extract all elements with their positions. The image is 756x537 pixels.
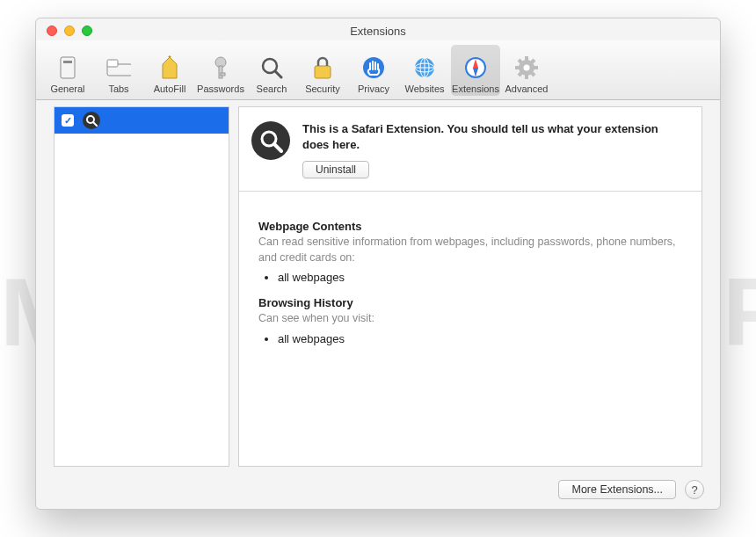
content-area: ✓ This is a Safari Extension. You should… [54,106,702,467]
svg-line-8 [275,71,281,77]
toolbar-tab-tabs[interactable]: Tabs [94,45,143,96]
svg-line-26 [531,60,534,63]
extension-description: This is a Safari Extension. You should t… [302,121,686,152]
svg-line-31 [274,144,281,151]
toolbar-tab-label: Tabs [108,83,128,94]
svg-rect-0 [61,57,75,78]
svg-line-25 [531,72,534,76]
extension-enable-checkbox[interactable]: ✓ [62,114,74,127]
toolbar-tab-general[interactable]: General [43,45,92,96]
permission-bullet: all webpages [278,271,682,284]
search-icon [259,55,284,80]
compass-icon [463,55,488,80]
toolbar-tab-extensions[interactable]: Extensions [451,45,500,96]
toolbar-tab-advanced[interactable]: Advanced [502,45,551,96]
svg-rect-1 [63,61,72,63]
svg-line-27 [519,72,522,76]
gear-icon [514,55,539,80]
help-button[interactable]: ? [685,480,704,499]
browsing-history-heading: Browsing History [258,296,682,309]
window-title: Extensions [350,25,406,38]
toolbar-tab-search[interactable]: Search [247,45,296,96]
toolbar-tab-label: General [50,83,84,94]
minimize-window-button[interactable] [64,25,75,36]
search-icon [251,121,290,160]
globe-icon [412,55,437,80]
tabs-icon [106,55,131,80]
svg-rect-9 [315,66,331,78]
extension-list-item[interactable]: ✓ [55,107,229,134]
toolbar-tab-websites[interactable]: Websites [400,45,449,96]
permission-bullet: all webpages [278,332,682,345]
permissions-section: Webpage Contents Can read sensitive info… [239,192,701,363]
extension-detail-panel: This is a Safari Extension. You should t… [238,106,702,467]
webpage-contents-heading: Webpage Contents [258,220,682,233]
toolbar-tab-label: AutoFill [154,83,186,94]
titlebar: Extensions [36,18,720,40]
toolbar-tab-label: Security [305,83,340,94]
general-icon [55,55,80,80]
privacy-hand-icon [361,55,386,80]
toolbar-tab-passwords[interactable]: Passwords [196,45,245,96]
svg-rect-6 [221,73,225,76]
key-icon [208,55,233,80]
preferences-toolbar: General Tabs AutoFill Passwords Search [36,40,720,100]
svg-line-24 [519,60,522,63]
svg-point-19 [524,65,530,71]
extensions-sidebar: ✓ [54,106,229,467]
autofill-icon [157,55,182,80]
toolbar-tab-label: Passwords [197,83,244,94]
toolbar-tab-label: Privacy [358,83,389,94]
window-controls [47,25,92,36]
browsing-history-subtext: Can see when you visit: [258,311,682,327]
zoom-window-button[interactable] [82,25,92,36]
uninstall-button[interactable]: Uninstall [302,161,369,178]
toolbar-tab-privacy[interactable]: Privacy [349,45,398,96]
toolbar-tab-label: Search [257,83,287,94]
extension-header: This is a Safari Extension. You should t… [239,107,701,192]
toolbar-tab-autofill[interactable]: AutoFill [145,45,194,96]
preferences-window: Extensions General Tabs AutoFill Passw [35,18,721,510]
toolbar-tab-security[interactable]: Security [298,45,347,96]
lock-icon [310,55,335,80]
toolbar-tab-label: Advanced [505,83,549,94]
close-window-button[interactable] [47,25,57,36]
webpage-contents-subtext: Can read sensitive information from webp… [258,235,682,265]
svg-rect-3 [107,60,118,67]
toolbar-tab-label: Extensions [452,83,499,94]
more-extensions-button[interactable]: More Extensions... [558,480,676,499]
toolbar-tab-label: Websites [404,83,444,94]
svg-line-29 [93,122,97,126]
search-icon [83,112,100,129]
svg-rect-5 [219,66,222,78]
window-footer: More Extensions... ? [36,470,720,509]
